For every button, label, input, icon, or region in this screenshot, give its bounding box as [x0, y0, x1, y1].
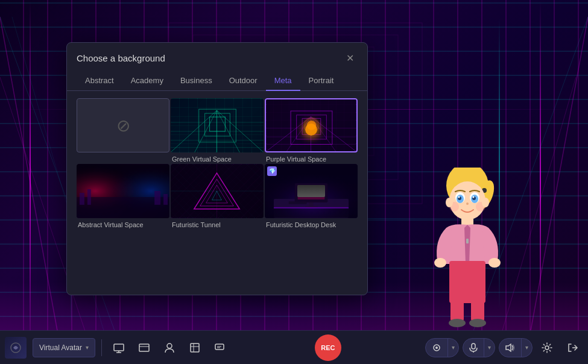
- screen-share-button[interactable]: [108, 337, 130, 359]
- tab-portrait[interactable]: Portrait: [300, 71, 343, 91]
- speaker-icon: [505, 344, 515, 352]
- background-label-futuristic-desk: Futuristic Desktop Desk: [265, 221, 358, 228]
- svg-rect-71: [163, 194, 168, 205]
- window-share-icon: [139, 342, 150, 353]
- tab-academy[interactable]: Academy: [122, 71, 172, 91]
- camera-control: ▾: [425, 338, 459, 357]
- mic-arrow-button[interactable]: ▾: [484, 339, 495, 357]
- speaker-control: ▾: [499, 338, 533, 357]
- svg-rect-68: [80, 193, 84, 205]
- svg-point-94: [167, 344, 172, 348]
- screen-share-icon: [113, 342, 124, 353]
- background-thumb-abstract-virtual: [77, 164, 169, 218]
- modal-title: Choose a background: [77, 53, 165, 63]
- category-tabs: Abstract Academy Business Outdoor Meta P…: [67, 71, 367, 91]
- person-icon: [164, 342, 175, 353]
- futuristic-tunnel-svg: [171, 164, 264, 218]
- camera-main-button[interactable]: [426, 339, 447, 357]
- effects-icon: [189, 342, 200, 353]
- svg-rect-89: [114, 344, 124, 351]
- mic-main-button[interactable]: [463, 339, 484, 357]
- settings-button[interactable]: [536, 337, 558, 359]
- background-thumb-none: [77, 98, 169, 152]
- choose-background-modal: Choose a background ✕ Abstract Academy B…: [66, 42, 368, 295]
- exit-button[interactable]: [561, 337, 583, 359]
- svg-rect-84: [309, 202, 314, 206]
- background-label-purple-virtual: Purple Virtual Space: [265, 155, 358, 163]
- virtual-avatar-label: Virtual Avatar: [39, 344, 82, 352]
- svg-rect-87: [274, 207, 349, 209]
- modal-close-button[interactable]: ✕: [343, 51, 358, 65]
- background-label-green-virtual: Green Virtual Space: [171, 155, 264, 163]
- settings-icon: [542, 342, 552, 353]
- background-thumb-purple-virtual: [265, 98, 358, 152]
- svg-point-102: [435, 347, 438, 349]
- svg-rect-50: [267, 99, 356, 151]
- bottom-toolbar: Virtual Avatar ▾: [0, 330, 588, 364]
- background-thumb-futuristic-tunnel: [171, 164, 264, 218]
- mic-icon: [469, 343, 478, 353]
- svg-rect-82: [295, 183, 328, 202]
- effects-button[interactable]: [184, 337, 206, 359]
- camera-arrow-button[interactable]: ▾: [447, 339, 458, 357]
- tab-business[interactable]: Business: [172, 71, 221, 91]
- svg-rect-83: [298, 185, 325, 199]
- modal-header: Choose a background ✕: [67, 43, 367, 71]
- background-thumb-green-virtual: [171, 98, 264, 152]
- tab-meta[interactable]: Meta: [266, 71, 300, 91]
- purple-virtual-svg: [266, 99, 356, 151]
- background-item-purple-virtual[interactable]: Purple Virtual Space: [265, 98, 358, 163]
- background-item-none[interactable]: [77, 98, 169, 163]
- tab-outdoor[interactable]: Outdoor: [221, 71, 266, 91]
- background-item-green-virtual[interactable]: Green Virtual Space: [171, 98, 264, 163]
- premium-badge: 💎: [267, 166, 277, 176]
- svg-rect-69: [87, 189, 91, 205]
- background-item-abstract-virtual[interactable]: Abstract Virtual Space: [77, 164, 169, 228]
- background-thumb-futuristic-desk: [265, 164, 358, 218]
- modal-overlay: Choose a background ✕ Abstract Academy B…: [0, 0, 588, 330]
- background-item-futuristic-tunnel[interactable]: Futuristic Tunnel: [171, 164, 264, 228]
- svg-rect-86: [289, 201, 307, 204]
- svg-marker-105: [506, 344, 511, 351]
- background-item-futuristic-desk[interactable]: 💎: [265, 164, 358, 228]
- abstract-virtual-svg: [77, 164, 169, 218]
- virtual-avatar-button[interactable]: Virtual Avatar ▾: [33, 338, 95, 357]
- speaker-main-button[interactable]: [499, 339, 521, 357]
- background-grid: Green Virtual Space: [67, 91, 367, 238]
- futuristic-desk-svg: [265, 164, 358, 218]
- record-button[interactable]: REC: [315, 334, 341, 361]
- tab-abstract[interactable]: Abstract: [77, 71, 122, 91]
- divider-1: [101, 339, 102, 356]
- logo-icon: [10, 342, 22, 354]
- camera-icon: [432, 343, 441, 353]
- chat-icon: [215, 342, 226, 353]
- chat-button[interactable]: [209, 337, 231, 359]
- speaker-arrow-button[interactable]: ▾: [521, 339, 532, 357]
- app-logo: [5, 337, 27, 359]
- svg-rect-95: [191, 344, 199, 352]
- background-label-abstract-virtual: Abstract Virtual Space: [77, 221, 169, 228]
- virtual-avatar-chevron: ▾: [86, 344, 89, 351]
- svg-rect-80: [265, 164, 358, 218]
- svg-point-63: [303, 118, 320, 134]
- exit-icon: [567, 342, 578, 353]
- background-label-futuristic-tunnel: Futuristic Tunnel: [171, 221, 264, 228]
- green-virtual-svg: [171, 98, 264, 152]
- svg-point-106: [545, 346, 549, 350]
- svg-rect-92: [139, 344, 149, 351]
- window-share-button[interactable]: [133, 337, 155, 359]
- camera-person-button[interactable]: [159, 337, 180, 359]
- svg-rect-70: [154, 191, 160, 205]
- svg-rect-103: [472, 344, 475, 349]
- mic-control: ▾: [463, 338, 495, 357]
